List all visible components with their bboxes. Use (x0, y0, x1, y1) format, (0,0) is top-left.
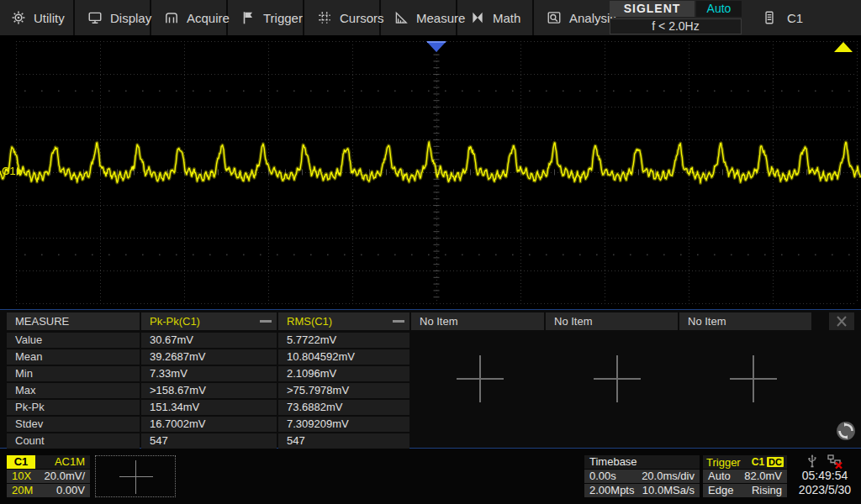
trigger-title: Trigger (706, 456, 741, 469)
menu-math[interactable]: Math (459, 0, 534, 35)
row-label: Max (7, 383, 140, 398)
ruler-icon (394, 10, 409, 25)
waveform-plot-canvas[interactable] (0, 35, 861, 309)
channel-scale: 20.0mV/ (45, 470, 85, 483)
row-label: Min (7, 366, 140, 381)
channel-offset-label: C1 (2, 165, 16, 177)
trigger-level-marker[interactable] (834, 42, 853, 52)
row-label: Count (7, 433, 140, 449)
channel-menu-label: C1 (787, 11, 803, 25)
clock-time: 05:49:54 (789, 469, 861, 483)
measure-header-row: MEASURE Pk-Pk(C1) RMS(C1) No Item No Ite… (7, 312, 811, 330)
add-measure-button[interactable] (457, 355, 504, 402)
menu-acquire-label: Acquire (187, 11, 230, 25)
acquire-icon (164, 10, 179, 25)
measure-column-rms-label: RMS(C1) (287, 315, 332, 328)
add-channel-button[interactable] (95, 455, 176, 497)
menu-trigger[interactable]: Trigger (230, 0, 304, 35)
row-value: 73.6882mV (278, 400, 409, 415)
measure-row-stdev: Stdev 16.7002mV 7.309209mV (7, 417, 409, 432)
menu-display-label: Display (110, 11, 151, 25)
row-label: Mean (7, 349, 140, 365)
plus-icon (753, 355, 754, 402)
row-value: >75.7978mV (278, 383, 409, 398)
row-value: 7.33mV (141, 366, 277, 381)
plus-icon (135, 460, 136, 494)
measure-column-rms[interactable]: RMS(C1) (278, 312, 409, 330)
gear-icon (11, 10, 26, 25)
math-icon (470, 10, 485, 25)
trigger-level: 82.0mV (744, 470, 782, 483)
measure-row-mean: Mean 39.2687mV 10.804592mV (7, 349, 409, 365)
measure-row-value: Value 30.67mV 5.7722mV (7, 333, 409, 348)
display-icon (87, 10, 103, 25)
plus-icon (616, 355, 618, 402)
measure-column-pkpk[interactable]: Pk-Pk(C1) (141, 312, 277, 330)
measure-row-max: Max >158.67mV >75.7978mV (7, 383, 409, 398)
channel-offset-marker[interactable]: C1 (2, 165, 23, 177)
menu-measure-label: Measure (416, 11, 465, 25)
siglent-logo: SIGLENT (610, 1, 695, 17)
plus-icon (479, 355, 481, 402)
timebase-box[interactable]: Timebase 0.00s 20.0ms/div 2.00Mpts 10.0M… (584, 455, 700, 497)
measure-title: MEASURE (7, 312, 140, 330)
row-value: 2.1096mV (278, 366, 409, 381)
menu-cursors[interactable]: Cursors (306, 0, 381, 35)
channel-descriptor-box[interactable]: C1 AC1M 10X 20.0mV/ 20M 0.00V (7, 455, 90, 497)
trigger-coupling-badge: DC (767, 457, 784, 467)
measure-row-pkpk: Pk-Pk 151.34mV 73.6882mV (7, 400, 409, 415)
row-value: 30.67mV (141, 333, 277, 348)
usb-icon (806, 454, 818, 469)
channel-menu[interactable]: C1 (753, 0, 803, 35)
cursors-icon (317, 10, 332, 25)
menu-utility-label: Utility (34, 11, 65, 25)
menu-utility[interactable]: Utility (0, 0, 75, 35)
frequency-counter: f < 2.0Hz (610, 18, 742, 34)
row-value: 10.804592mV (278, 349, 409, 365)
timebase-title: Timebase (589, 455, 637, 469)
remove-measure-icon[interactable] (260, 320, 272, 323)
menu-acquire[interactable]: Acquire (153, 0, 228, 35)
channel-bandwidth: 20M (12, 484, 33, 497)
row-value: 7.309209mV (278, 417, 409, 432)
remove-measure-icon[interactable] (393, 320, 404, 323)
trigger-type: Edge (708, 484, 733, 497)
menu-math-label: Math (493, 11, 520, 25)
clock-date: 2023/5/30 (789, 483, 861, 497)
trigger-box[interactable]: Trigger C1 DC Auto 82.0mV Edge Rising (703, 455, 787, 497)
menu-display[interactable]: Display (77, 0, 151, 35)
measure-row-count: Count 547 547 (7, 433, 409, 449)
measure-row-min: Min 7.33mV 2.1096mV (7, 366, 409, 381)
add-measure-button[interactable] (730, 355, 777, 402)
timebase-delay: 0.00s (589, 470, 616, 483)
row-label: Stdev (7, 417, 140, 432)
measure-column-empty-2[interactable]: No Item (546, 312, 678, 330)
reset-icon (835, 420, 857, 442)
row-label: Value (7, 333, 140, 348)
acquisition-status-badge[interactable]: Auto (696, 1, 742, 17)
add-measure-button[interactable] (594, 355, 641, 402)
channel-offset-arrow-icon (17, 167, 23, 176)
timebase-points: 2.00Mpts (589, 484, 634, 497)
row-value: >158.67mV (141, 383, 277, 398)
row-value: 16.7002mV (141, 417, 277, 432)
menu-analysis[interactable]: Analysis (536, 0, 610, 35)
trigger-source: C1 (752, 456, 764, 468)
close-measure-panel-button[interactable] (829, 312, 854, 330)
waveform-display[interactable]: C1 (0, 35, 861, 309)
system-status-block: 05:49:54 2023/5/30 (789, 454, 861, 497)
plus-icon (119, 476, 153, 477)
trigger-position-marker[interactable] (426, 41, 446, 52)
reset-statistics-button[interactable] (835, 420, 857, 442)
menu-trigger-label: Trigger (263, 11, 303, 25)
row-value: 547 (141, 433, 277, 449)
channel-coupling: AC1M (55, 455, 90, 469)
clipboard-list-icon (762, 10, 777, 25)
measure-column-empty-3[interactable]: No Item (679, 312, 811, 330)
analysis-icon (547, 10, 562, 25)
menu-measure[interactable]: Measure (383, 0, 457, 35)
row-label: Pk-Pk (7, 400, 140, 415)
row-value: 151.34mV (141, 400, 277, 415)
measure-column-empty-1[interactable]: No Item (411, 312, 544, 330)
flag-icon (240, 10, 256, 25)
